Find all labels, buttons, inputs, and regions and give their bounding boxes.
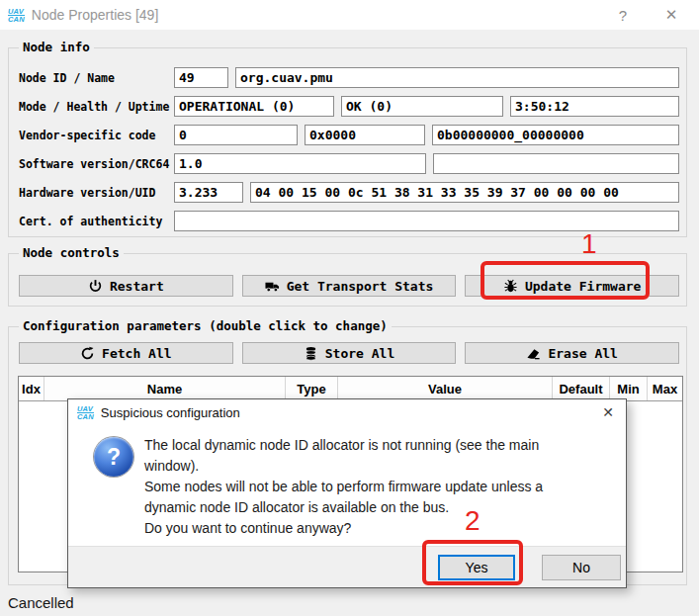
get-transport-stats-button-label: Get Transport Stats [287,279,434,294]
vendor-code-dec-field[interactable]: 0 [174,125,298,145]
restart-button-label: Restart [110,279,164,294]
dialog-message-line: Some nodes will not be able to perform f… [144,477,543,497]
database-icon [304,346,318,361]
dialog-titlebar: UAV CAN Suspicious configuration ✕ [68,399,626,425]
column-header-type: Type [286,377,338,400]
health-field[interactable]: OK (0) [341,96,503,117]
field-label: Hardware version/UID [19,186,174,200]
dialog-message-line: Do you want to continue anyway? [144,518,543,539]
window-titlebar: UAV CAN Node Properties [49] ? ✕ [0,0,699,30]
window-close-button[interactable]: ✕ [655,0,688,30]
hardware-version-row: Hardware version/UID 3.233 04 00 15 00 0… [19,182,679,203]
eraser-icon [526,346,541,361]
annotation-step-1: 1 [581,228,597,260]
dialog-message: The local dynamic node ID allocator is n… [144,435,543,539]
annotation-step-2: 2 [465,505,481,537]
node-id-name-row: Node ID / Name 49 org.cuav.pmu [19,67,679,88]
uavcan-logo-icon: UAV CAN [8,8,25,23]
truck-icon [265,279,280,294]
store-all-button[interactable]: Store All [242,342,457,364]
erase-all-button[interactable]: Erase All [465,342,679,364]
erase-all-button-label: Erase All [548,346,617,361]
status-text: Cancelled [8,594,74,611]
cert-authenticity-row: Cert. of authenticity [19,211,679,231]
refresh-icon [80,346,95,361]
node-name-field[interactable]: org.cuav.pmu [235,67,679,88]
column-header-default: Default [553,377,610,400]
store-all-button-label: Store All [325,346,394,361]
uptime-field[interactable]: 3:50:12 [510,96,679,117]
field-label: Node ID / Name [19,71,174,85]
software-version-field[interactable]: 1.0 [174,153,426,174]
dialog-close-button[interactable]: ✕ [590,399,626,425]
vendor-code-bin-field[interactable]: 0b00000000_00000000 [432,125,679,145]
dialog-title: Suspicious configuration [101,405,240,420]
help-icon: ? [619,7,627,24]
mode-health-uptime-row: Mode / Health / Uptime OPERATIONAL (0) O… [19,96,679,117]
dialog-message-line: window). [144,456,543,477]
column-header-idx: Idx [19,377,44,400]
vendor-code-row: Vendor-specific code 0 0x0000 0b00000000… [19,125,679,145]
get-transport-stats-button[interactable]: Get Transport Stats [242,275,457,297]
cert-authenticity-field[interactable] [174,211,679,231]
column-header-value: Value [338,377,553,400]
node-controls-group-label: Node controls [19,246,124,260]
fetch-all-button-label: Fetch All [102,346,171,361]
dialog-message-line: The local dynamic node ID allocator is n… [144,435,543,456]
mode-field[interactable]: OPERATIONAL (0) [174,96,334,117]
question-icon: ? [94,437,133,477]
node-info-group-label: Node info [19,41,94,54]
crc64-field[interactable] [433,153,679,174]
help-button[interactable]: ? [606,0,640,30]
close-icon: ✕ [602,404,614,420]
config-params-group-label: Configuration parameters (double click t… [19,319,392,333]
power-icon [88,279,103,294]
fetch-all-button[interactable]: Fetch All [19,342,233,364]
software-version-row: Software version/CRC64 1.0 [19,153,679,174]
field-label: Cert. of authenticity [19,215,174,228]
column-header-min: Min [610,377,648,400]
column-header-name: Name [44,377,286,400]
node-info-group: Node info Node ID / Name 49 org.cuav.pmu… [8,47,687,237]
column-header-max: Max [648,377,682,400]
close-icon: ✕ [665,6,678,24]
restart-button[interactable]: Restart [19,275,233,297]
dialog-message-line: dynamic node ID allocator is available o… [144,497,543,518]
annotation-box-update-firmware [481,261,650,300]
window-title: Node Properties [49] [32,7,158,23]
annotation-box-yes-button [422,540,523,585]
hardware-version-field[interactable]: 3.233 [174,182,243,203]
vendor-code-hex-field[interactable]: 0x0000 [305,125,425,145]
dialog-body: ? The local dynamic node ID allocator is… [68,425,626,547]
no-button[interactable]: No [542,555,621,580]
field-label: Software version/CRC64 [19,157,174,171]
field-label: Vendor-specific code [19,129,174,142]
dialog-button-bar: Yes No [68,546,626,587]
node-id-field[interactable]: 49 [174,67,228,88]
uid-field[interactable]: 04 00 15 00 0c 51 38 31 33 35 39 37 00 0… [250,182,679,203]
uavcan-logo-icon: UAV CAN [77,405,94,420]
suspicious-configuration-dialog: UAV CAN Suspicious configuration ✕ ? The… [67,398,627,588]
field-label: Mode / Health / Uptime [19,100,174,114]
